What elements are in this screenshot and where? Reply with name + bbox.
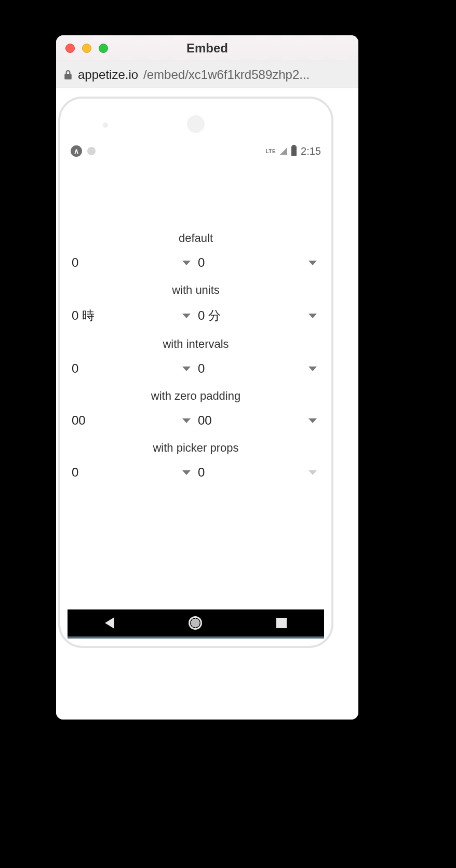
expo-icon: ∧ [71, 145, 82, 157]
picker-minutes[interactable]: 0 [196, 358, 322, 379]
android-statusbar: ∧ LTE 2:15 [68, 143, 324, 159]
picker-value: 0 [71, 465, 78, 480]
chevron-down-icon [309, 418, 317, 423]
picker-row-intervals: 0 0 [68, 358, 324, 379]
chevron-down-icon [309, 470, 317, 475]
picker-minutes[interactable]: 00 [196, 410, 322, 431]
chevron-down-icon [309, 367, 317, 371]
network-lte-label: LTE [265, 148, 276, 154]
minimize-window-button[interactable] [82, 44, 91, 53]
picker-hours[interactable]: 0 [70, 462, 196, 483]
picker-value: 0 [71, 255, 78, 270]
picker-row-units: 0 時 0 分 [68, 304, 324, 327]
clock: 2:15 [301, 145, 321, 157]
address-bar[interactable]: appetize.io/embed/xc1w6f1krd589zhp2... [56, 61, 358, 88]
picker-value: 0 [197, 465, 205, 480]
status-right: LTE 2:15 [265, 145, 321, 157]
section-label: default [68, 232, 324, 245]
nav-back-button[interactable] [105, 617, 114, 629]
lock-icon [63, 69, 73, 80]
picker-value: 0 時 [71, 307, 95, 324]
picker-row-props: 0 0 [68, 462, 324, 483]
chevron-down-icon [182, 418, 191, 423]
battery-icon [291, 146, 297, 156]
device-speaker [187, 115, 205, 133]
picker-minutes[interactable]: 0 [196, 462, 322, 483]
picker-value: 00 [71, 413, 86, 428]
fullscreen-window-button[interactable] [99, 44, 108, 53]
status-left: ∧ [71, 145, 96, 157]
picker-value: 0 [71, 361, 78, 376]
section-label: with intervals [68, 337, 324, 351]
picker-value: 0 分 [197, 307, 221, 324]
section-label: with units [68, 283, 324, 297]
picker-minutes[interactable]: 0 [196, 252, 322, 273]
picker-value: 0 [197, 255, 205, 270]
chevron-down-icon [309, 314, 317, 318]
url-path: /embed/xc1w6f1krd589zhp2... [143, 67, 310, 82]
device-screen: ∧ LTE 2:15 default 0 [68, 143, 324, 639]
close-window-button[interactable] [65, 44, 75, 53]
titlebar: Embed [56, 35, 358, 61]
section-label: with picker props [68, 441, 324, 455]
device-sensor [103, 123, 108, 128]
device-frame: ∧ LTE 2:15 default 0 [58, 97, 333, 648]
traffic-lights [56, 44, 108, 53]
picker-row-padding: 00 00 [68, 410, 324, 431]
picker-value: 0 [197, 361, 205, 376]
picker-hours[interactable]: 0 時 [70, 304, 196, 327]
chevron-down-icon [309, 261, 317, 265]
picker-minutes[interactable]: 0 分 [196, 304, 322, 327]
picker-value: 00 [197, 413, 212, 428]
picker-row-default: 0 0 [68, 252, 324, 273]
status-notification-dot [87, 147, 96, 155]
page-content: ∧ LTE 2:15 default 0 [56, 88, 358, 720]
app-body: default 0 0 with units [68, 159, 324, 609]
chevron-down-icon [182, 470, 191, 475]
nav-home-button[interactable] [189, 616, 202, 630]
picker-hours[interactable]: 0 [70, 358, 196, 379]
url-domain: appetize.io [78, 67, 138, 82]
chevron-down-icon [182, 261, 191, 265]
nav-recent-button[interactable] [276, 618, 287, 628]
signal-icon [280, 147, 287, 155]
section-label: with zero padding [68, 389, 324, 403]
chevron-down-icon [182, 314, 191, 318]
picker-hours[interactable]: 00 [70, 410, 196, 431]
android-navbar [68, 609, 324, 639]
picker-hours[interactable]: 0 [70, 252, 196, 273]
chevron-down-icon [182, 367, 191, 371]
browser-window: Embed appetize.io/embed/xc1w6f1krd589zhp… [56, 35, 358, 720]
